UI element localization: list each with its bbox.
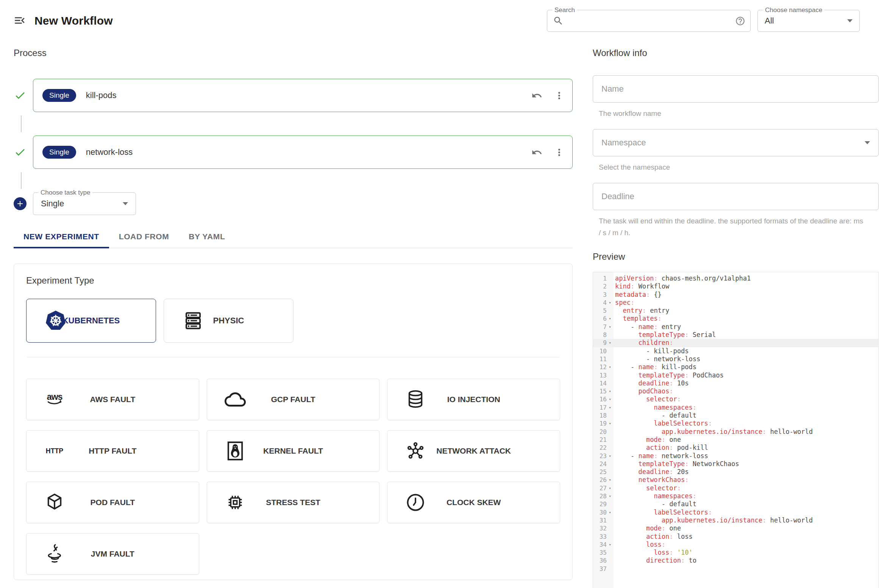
experiment-kind-card[interactable]: NETWORK ATTACK — [387, 430, 560, 472]
fold-arrow-icon[interactable]: ▾ — [607, 452, 613, 460]
fold-arrow-icon[interactable]: ▾ — [607, 387, 613, 395]
code-text: namespaces: — [615, 404, 696, 412]
undo-icon[interactable] — [531, 147, 542, 158]
code-text: selector: — [615, 395, 681, 403]
fold-arrow-icon[interactable]: ▾ — [607, 323, 613, 331]
search-icon — [553, 16, 564, 26]
fold-arrow-icon[interactable]: ▾ — [607, 395, 613, 403]
experiment-kind-label: HTTP FAULT — [89, 446, 136, 455]
code-line: 16▾ selector: — [593, 395, 878, 403]
code-line: 24 templateType: NetworkChaos — [593, 460, 878, 468]
chip-icon — [225, 492, 246, 513]
experiment-kind-card[interactable]: STRESS TEST — [207, 482, 380, 523]
line-number: 8 — [593, 331, 607, 339]
fold-arrow-icon[interactable]: ▾ — [607, 508, 613, 516]
undo-icon[interactable] — [531, 90, 542, 101]
code-text: deadline: 20s — [615, 468, 689, 476]
code-line: 8 templateType: Serial — [593, 331, 878, 339]
code-text: kind: Workflow — [615, 282, 669, 290]
more-vert-icon[interactable] — [554, 90, 565, 101]
workflow-namespace-select[interactable]: Namespace — [593, 129, 879, 156]
task-name: network-loss — [86, 147, 133, 157]
fold-arrow-icon[interactable]: ▾ — [607, 484, 613, 492]
code-line: 23▾ - name: network-loss — [593, 452, 878, 460]
line-number: 17 — [593, 404, 607, 412]
line-number: 1 — [593, 275, 607, 282]
task-type-badge: Single — [42, 89, 76, 102]
namespace-select-label: Choose namespace — [763, 6, 825, 14]
appbar-controls: Search Choose namespace All — [547, 10, 860, 32]
fold-arrow-icon[interactable]: ▾ — [607, 339, 613, 347]
line-number: 5 — [593, 307, 607, 315]
experiment-kind-card[interactable]: AWS FAULT — [26, 379, 199, 420]
line-number: 13 — [593, 371, 607, 379]
fold-arrow-icon[interactable]: ▾ — [607, 492, 613, 500]
experiment-kind-card[interactable]: IO INJECTION — [387, 379, 560, 420]
code-text: - default — [615, 500, 696, 508]
code-line: 33 action: loss — [593, 533, 878, 541]
task-card[interactable]: Single network-loss — [33, 136, 573, 169]
line-number: 19 — [593, 420, 607, 427]
workflow-name-field[interactable]: Name — [593, 75, 879, 103]
line-number: 37 — [593, 565, 607, 573]
code-text: - network-loss — [615, 355, 700, 363]
experiment-type-physic[interactable]: PHYSIC — [164, 299, 294, 343]
fold-arrow-icon[interactable]: ▾ — [607, 476, 613, 484]
tab-by-yaml[interactable]: BY YAML — [179, 226, 235, 248]
code-text: loss: '10' — [615, 549, 693, 557]
workflow-name-placeholder: Name — [601, 84, 624, 94]
task-type-select[interactable]: Choose task type Single — [33, 192, 136, 215]
line-number: 27 — [593, 484, 607, 492]
code-text: metadata: {} — [615, 291, 662, 299]
search-field[interactable]: Search — [547, 10, 751, 32]
task-connector-line — [21, 115, 573, 132]
experiment-kind-card[interactable]: KERNEL FAULT — [207, 430, 380, 472]
line-number: 6 — [593, 315, 607, 323]
code-line: 30▾ labelSelectors: — [593, 508, 878, 516]
code-line: 37 — [593, 565, 878, 573]
process-heading: Process — [14, 48, 573, 58]
code-line: 12▾ - name: kill-pods — [593, 363, 878, 371]
yaml-preview-editor[interactable]: 1apiVersion: chaos-mesh.org/v1alpha12kin… — [593, 272, 879, 588]
more-vert-icon[interactable] — [554, 147, 565, 158]
experiment-type-kubernetes[interactable]: KUBERNETES — [26, 299, 156, 343]
experiment-kind-label: IO INJECTION — [447, 395, 500, 404]
tab-new-experiment[interactable]: NEW EXPERIMENT — [14, 226, 109, 248]
experiment-kind-card[interactable]: HTTP FAULT — [26, 430, 199, 472]
help-icon[interactable] — [735, 16, 745, 26]
experiment-kind-label: CLOCK SKEW — [447, 498, 501, 507]
code-line: 34▾ loss: — [593, 541, 878, 549]
fold-arrow-icon[interactable]: ▾ — [607, 363, 613, 371]
experiment-kind-card[interactable]: CLOCK SKEW — [387, 482, 560, 523]
experiment-kind-card[interactable]: JVM FAULT — [26, 533, 199, 575]
experiment-kind-label: GCP FAULT — [271, 395, 315, 404]
namespace-select-value: All — [765, 16, 774, 26]
experiment-kind-card[interactable]: GCP FAULT — [207, 379, 380, 420]
experiment-panel: Experiment Type KUBERNETES PHYSIC AWS FA… — [14, 264, 573, 580]
add-task-button[interactable] — [14, 197, 27, 210]
penguin-icon — [225, 440, 246, 462]
code-line: 1apiVersion: chaos-mesh.org/v1alpha1 — [593, 275, 878, 282]
search-label: Search — [552, 6, 577, 14]
code-line: 29 - default — [593, 500, 878, 508]
app-bar: New Workflow Search Choose namespace All — [0, 0, 887, 38]
code-line: 28▾ namespaces: — [593, 492, 878, 500]
fold-arrow-icon[interactable]: ▾ — [607, 315, 613, 323]
task-connector-line — [21, 172, 573, 189]
code-line: 25 deadline: 20s — [593, 468, 878, 476]
search-input[interactable] — [567, 16, 735, 26]
line-number: 15 — [593, 387, 607, 395]
menu-open-icon[interactable] — [12, 14, 27, 28]
task-card[interactable]: Single kill-pods — [33, 79, 573, 112]
tab-load-from[interactable]: LOAD FROM — [109, 226, 179, 248]
workflow-deadline-field[interactable]: Deadline — [593, 183, 879, 210]
code-line: 36 direction: to — [593, 557, 878, 565]
fold-arrow-icon[interactable]: ▾ — [607, 541, 613, 549]
namespace-select[interactable]: Choose namespace All — [757, 10, 860, 32]
code-line: 32 mode: one — [593, 524, 878, 532]
fold-arrow-icon[interactable]: ▾ — [607, 404, 613, 412]
fold-arrow-icon[interactable]: ▾ — [607, 420, 613, 427]
experiment-kind-label: POD FAULT — [91, 498, 135, 507]
experiment-kind-card[interactable]: POD FAULT — [26, 482, 199, 523]
fold-arrow-icon[interactable]: ▾ — [607, 299, 613, 307]
